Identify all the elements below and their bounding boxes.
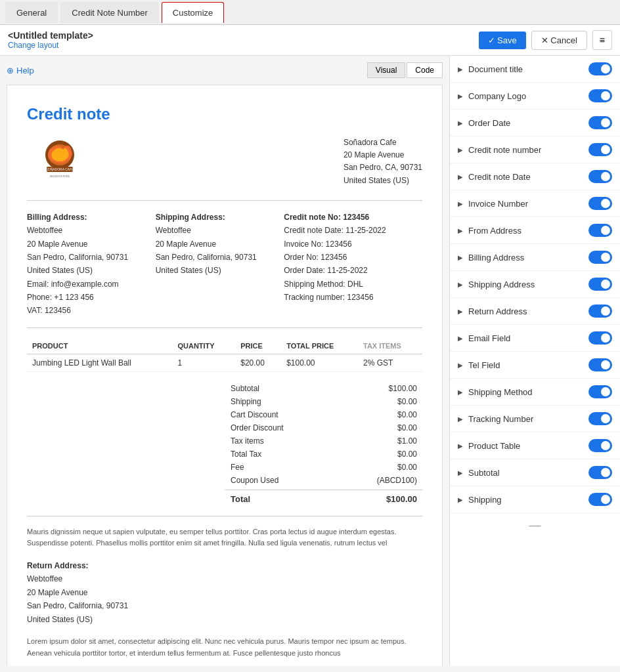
tab-customize[interactable]: Customize <box>162 2 224 23</box>
toggle-shipping-method[interactable] <box>588 385 612 398</box>
return-address-label: Return Address: <box>27 559 422 572</box>
toggle-from-address[interactable] <box>588 224 612 237</box>
toggle-credit-note-date[interactable] <box>588 170 612 183</box>
sidebar-item-invoice-number[interactable]: ▶ Invoice Number <box>450 190 620 217</box>
sidebar-label: Shipping Method <box>468 387 588 397</box>
tab-credit-note-number[interactable]: Credit Note Number <box>60 2 159 23</box>
sidebar-item-company-logo[interactable]: ▶ Company Logo <box>450 83 620 110</box>
company-name: Soñadora Cafe <box>343 136 422 149</box>
row-quantity: 1 <box>172 354 235 371</box>
sidebar-item-billing-address[interactable]: ▶ Billing Address <box>450 244 620 271</box>
toggle-subtotal[interactable] <box>588 466 612 479</box>
header-bar: <Untitled template> Change layout ✓ Save… <box>0 25 620 56</box>
col-total-price: TOTAL PRICE <box>281 338 358 354</box>
sidebar-item-return-address[interactable]: ▶ Return Address <box>450 298 620 325</box>
billing-name: Webtoffee <box>27 224 143 237</box>
toggle-email-field[interactable] <box>588 331 612 345</box>
toggle-document-title[interactable] <box>588 62 612 75</box>
toggle-billing-address[interactable] <box>588 251 612 264</box>
toggle-credit-note-number[interactable] <box>588 143 612 156</box>
divider-2 <box>27 327 422 328</box>
template-title: <Untitled template> <box>8 30 93 41</box>
change-layout-link[interactable]: Change layout <box>8 41 93 50</box>
sidebar-item-tracking-number[interactable]: ▶ Tracking Number <box>450 406 620 432</box>
billing-email: Email: info@example.com <box>27 278 143 291</box>
sidebar-item-product-table[interactable]: ▶ Product Table <box>450 432 620 459</box>
sidebar-label: Document title <box>468 64 588 74</box>
save-button[interactable]: ✓ Save <box>479 32 526 49</box>
sidebar-label: Return Address <box>468 306 588 316</box>
row-total-price: $100.00 <box>281 354 358 371</box>
credit-note-no: Credit note No: 123456 <box>284 211 422 224</box>
toggle-shipping[interactable] <box>588 493 612 506</box>
scrollbar-hint: — <box>450 513 620 537</box>
chevron-icon: ▶ <box>458 66 463 73</box>
col-product: PRODUCT <box>27 338 172 354</box>
chevron-icon: ▶ <box>458 335 463 342</box>
toggle-tel-field[interactable] <box>588 358 612 371</box>
toggle-tracking-number[interactable] <box>588 412 612 425</box>
sidebar-label: Credit note number <box>468 145 588 155</box>
footer-text-1: Mauris dignissim neque ut sapien vulputa… <box>27 526 422 549</box>
sidebar-label: From Address <box>468 226 588 236</box>
toggle-product-table[interactable] <box>588 439 612 452</box>
totals-order-discount-value: $0.00 <box>397 423 417 432</box>
sidebar-label: Email Field <box>468 333 588 343</box>
shipping-line1: 20 Maple Avenue <box>156 238 271 251</box>
totals-order-discount-label: Order Discount <box>231 423 284 432</box>
toggle-company-logo[interactable] <box>588 89 612 102</box>
menu-button[interactable]: ≡ <box>592 30 612 50</box>
visual-button[interactable]: Visual <box>367 62 405 78</box>
shipping-line2: San Pedro, California, 90731 <box>156 251 271 264</box>
sidebar-item-shipping-address[interactable]: ▶ Shipping Address <box>450 271 620 298</box>
sidebar-panel: ▶ Document title ▶ Company Logo ▶ Order … <box>449 56 620 666</box>
totals-coupon-label: Coupon Used <box>231 476 278 485</box>
toggle-shipping-address[interactable] <box>588 278 612 291</box>
order-no: Order No: 123456 <box>284 251 422 264</box>
totals-tax-items: Tax items $1.00 <box>225 434 422 448</box>
billing-label: Billing Address: <box>27 213 87 222</box>
addresses-row: Billing Address: Webtoffee 20 Maple Aven… <box>27 211 422 318</box>
sidebar-item-from-address[interactable]: ▶ From Address <box>450 217 620 244</box>
cancel-button[interactable]: ✕ Cancel <box>531 31 587 50</box>
chevron-icon: ▶ <box>458 119 463 127</box>
totals-subtotal-label: Subtotal <box>231 384 259 393</box>
sidebar-item-subtotal[interactable]: ▶ Subtotal <box>450 459 620 486</box>
header-actions: ✓ Save ✕ Cancel ≡ <box>479 30 613 50</box>
totals-shipping-label: Shipping <box>231 397 261 406</box>
tab-general[interactable]: General <box>5 2 58 23</box>
toggle-order-date[interactable] <box>588 116 612 129</box>
toggle-return-address[interactable] <box>588 304 612 318</box>
product-table: PRODUCT QUANTITY PRICE TOTAL PRICE TAX I… <box>27 338 422 372</box>
sidebar-item-tel-field[interactable]: ▶ Tel Field <box>450 352 620 379</box>
sidebar-item-order-date[interactable]: ▶ Order Date <box>450 110 620 136</box>
tracking-number-val: Tracking number: 123456 <box>284 291 422 304</box>
shipping-label: Shipping Address: <box>156 213 225 222</box>
sidebar-item-shipping[interactable]: ▶ Shipping <box>450 486 620 513</box>
chevron-icon: ▶ <box>458 254 463 261</box>
return-address-line1: 20 Maple Avenue <box>27 586 422 599</box>
sidebar-item-document-title[interactable]: ▶ Document title <box>450 56 620 83</box>
col-quantity: QUANTITY <box>172 338 235 354</box>
sidebar-label: Company Logo <box>468 91 588 101</box>
chevron-icon: ▶ <box>458 227 463 234</box>
sidebar-item-credit-note-number[interactable]: ▶ Credit note number <box>450 136 620 163</box>
totals-shipping-value: $0.00 <box>397 397 417 406</box>
totals-subtotal: Subtotal $100.00 <box>225 382 422 395</box>
totals-fee-label: Fee <box>231 463 244 472</box>
sidebar-item-shipping-method[interactable]: ▶ Shipping Method <box>450 379 620 406</box>
doc-header: SOÑADORA CAFE DELICIOUS FOOD Soñadora Ca… <box>27 136 422 187</box>
help-label: Help <box>16 66 34 75</box>
billing-phone: Phone: +1 123 456 <box>27 291 143 304</box>
chevron-icon: ▶ <box>458 415 463 423</box>
totals-tax-items-value: $1.00 <box>397 436 417 446</box>
company-logo: SOÑADORA CAFE DELICIOUS FOOD <box>27 136 93 184</box>
totals-tax-items-label: Tax items <box>231 436 264 446</box>
sidebar-item-credit-note-date[interactable]: ▶ Credit note Date <box>450 163 620 190</box>
help-link[interactable]: ⊕ Help <box>7 66 34 75</box>
code-button[interactable]: Code <box>407 62 443 78</box>
footer-text-2: Lorem ipsum dolor sit amet, consectetur … <box>27 636 422 659</box>
billing-line2: San Pedro, California, 90731 <box>27 251 143 264</box>
sidebar-item-email-field[interactable]: ▶ Email Field <box>450 325 620 352</box>
toggle-invoice-number[interactable] <box>588 197 612 210</box>
